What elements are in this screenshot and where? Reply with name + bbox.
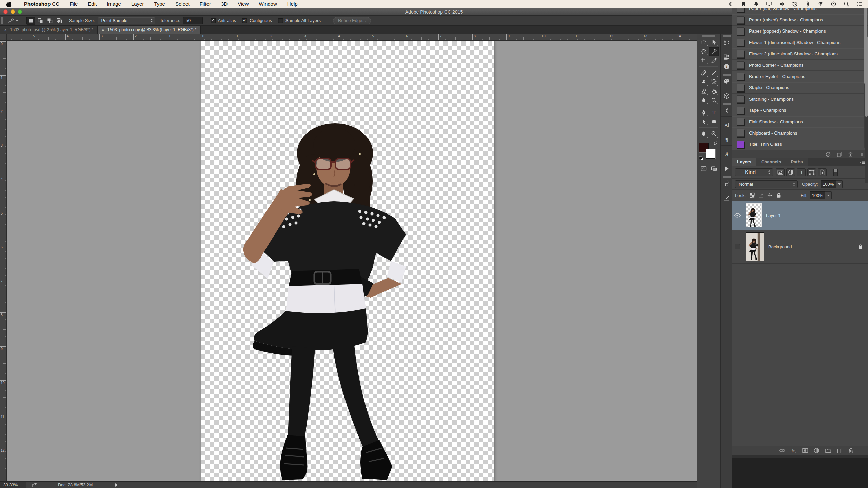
airplay-display-icon[interactable] (766, 1, 772, 7)
shape-layer-filter-button[interactable] (807, 168, 816, 176)
close-window-button[interactable] (3, 9, 8, 14)
style-item[interactable]: Paper (raised) Shadow - Champions (732, 14, 868, 25)
move-tool[interactable] (709, 38, 719, 47)
lock-transparent-button[interactable] (748, 192, 756, 199)
tolerance-input[interactable] (183, 17, 203, 24)
toolbar-grip[interactable] (702, 35, 715, 37)
style-item[interactable]: Tape - Champions (732, 105, 868, 116)
resize-grip[interactable] (861, 153, 863, 156)
healing-brush-tool[interactable] (698, 68, 709, 77)
clock-icon[interactable] (830, 1, 837, 7)
menu-file[interactable]: File (64, 0, 83, 8)
screen-mode-button[interactable] (709, 164, 719, 173)
sample-all-layers-checkbox[interactable]: Sample All Layers (278, 18, 321, 23)
subtract-from-selection-button[interactable] (45, 17, 54, 25)
zoom-tool[interactable] (709, 129, 719, 138)
style-item[interactable]: Staple - Champions (732, 82, 868, 94)
style-item[interactable]: Paper (popped) Shadow - Champions (732, 26, 868, 37)
layer-group-icon[interactable] (825, 448, 831, 453)
info-panel-icon[interactable]: i (721, 62, 732, 72)
crop-tool[interactable] (698, 56, 709, 65)
layer-effects-icon[interactable]: fx (791, 448, 796, 453)
time-machine-icon[interactable] (792, 1, 798, 7)
glyphs-panel-icon[interactable]: A (721, 149, 732, 159)
opacity-field[interactable]: 100% (821, 180, 843, 188)
bookmark-icon[interactable] (740, 1, 747, 7)
paint-bucket-tool[interactable] (709, 86, 719, 96)
notification-center-icon[interactable] (856, 1, 863, 7)
character-panel-icon[interactable]: A (721, 120, 732, 130)
styles-scrollbar[interactable] (865, 36, 868, 183)
menu-select[interactable]: Select (170, 0, 195, 8)
new-selection-button[interactable] (26, 17, 35, 25)
share-icon[interactable] (31, 482, 38, 488)
libraries-panel-icon[interactable] (721, 105, 732, 115)
layers-tab-layers[interactable]: Layers (732, 158, 756, 166)
layers-tab-paths[interactable]: Paths (786, 158, 808, 166)
color-panel-icon[interactable] (721, 76, 732, 86)
style-item[interactable]: Flower 2 (dimesional) Shadow - Champions (732, 48, 868, 60)
new-layer-icon[interactable] (837, 448, 843, 453)
brush-tool[interactable] (709, 68, 719, 77)
menu-view[interactable]: View (233, 0, 254, 8)
status-menu-arrow-icon[interactable] (115, 483, 118, 487)
style-item[interactable]: Stitching - Champions (732, 94, 868, 105)
new-style-icon[interactable] (837, 152, 842, 157)
paragraph-panel-icon[interactable]: ¶ (721, 135, 732, 144)
menu-help[interactable]: Help (282, 0, 303, 8)
link-layers-icon[interactable] (779, 448, 785, 453)
smart-object-filter-button[interactable] (818, 168, 827, 176)
fill-value[interactable]: 100% (810, 191, 825, 199)
layers-empty-area[interactable] (732, 264, 868, 446)
close-icon[interactable]: × (102, 27, 104, 32)
trash-icon[interactable] (848, 152, 853, 157)
history-panel-icon[interactable] (721, 37, 732, 47)
style-item[interactable]: Flair Shadow - Champions (732, 116, 868, 127)
layer-filter-select[interactable]: Kind (735, 168, 773, 176)
menu-type[interactable]: Type (149, 0, 170, 8)
intersect-selection-button[interactable] (55, 17, 64, 25)
document-canvas[interactable] (201, 41, 494, 481)
actions-panel-icon[interactable] (721, 164, 732, 174)
dodge-tool[interactable] (709, 96, 719, 105)
pen-tool[interactable] (698, 108, 709, 117)
style-item[interactable]: Photo Corner - Champions (732, 60, 868, 71)
vertical-ruler[interactable]: 0123456789101112 (0, 41, 7, 481)
adjustment-layer-filter-button[interactable] (786, 168, 795, 176)
ruler-corner[interactable] (0, 34, 7, 41)
tool-preset-picker[interactable] (5, 17, 20, 24)
layer-row-background[interactable]: Background (732, 230, 868, 264)
wifi-icon[interactable] (817, 1, 824, 7)
creative-cloud-icon[interactable] (727, 1, 734, 7)
path-select-tool[interactable] (698, 117, 709, 126)
menu-filter[interactable]: Filter (195, 0, 216, 8)
document-size-info[interactable]: Doc: 28.8M/53.2M (41, 483, 109, 487)
bell-icon[interactable] (753, 1, 760, 7)
style-item[interactable]: Title: Thin Glass (732, 139, 868, 150)
options-grip[interactable] (1, 17, 3, 24)
lock-move-button[interactable] (766, 192, 773, 199)
menu-layer[interactable]: Layer (126, 0, 149, 8)
visibility-eye-icon[interactable] (732, 201, 743, 230)
quick-mask-button[interactable] (698, 164, 709, 173)
contiguous-checkbox[interactable]: Contiguous (242, 18, 272, 23)
resize-grip[interactable] (861, 449, 864, 452)
document-tab-1[interactable]: ×1503_photo.psd @ 25% (Layer 1, RGB/8*) … (0, 26, 98, 34)
document-tab-2[interactable]: ×1503_photo copy @ 33.3% (Layer 1, RGB/8… (98, 26, 201, 34)
lock-paint-button[interactable] (757, 192, 765, 199)
layer-thumbnail[interactable] (746, 203, 762, 227)
layer-mask-icon[interactable] (802, 448, 808, 453)
adjustment-layer-icon[interactable] (814, 448, 820, 453)
history-brush-tool[interactable] (709, 77, 719, 86)
layer-thumbnail[interactable] (746, 232, 764, 261)
menu-image[interactable]: Image (102, 0, 126, 8)
pasteboard[interactable] (7, 41, 697, 481)
add-to-selection-button[interactable] (36, 17, 45, 25)
horizontal-ruler[interactable]: 5432101234567891011121314 (7, 34, 697, 41)
properties-panel-icon[interactable] (721, 52, 732, 62)
background-color-chip[interactable] (706, 149, 715, 159)
shape-tool[interactable] (709, 117, 719, 126)
chevron-down-icon[interactable] (827, 195, 830, 196)
clone-stamp-tool[interactable] (698, 77, 709, 86)
layers-tab-channels[interactable]: Channels (756, 158, 786, 166)
